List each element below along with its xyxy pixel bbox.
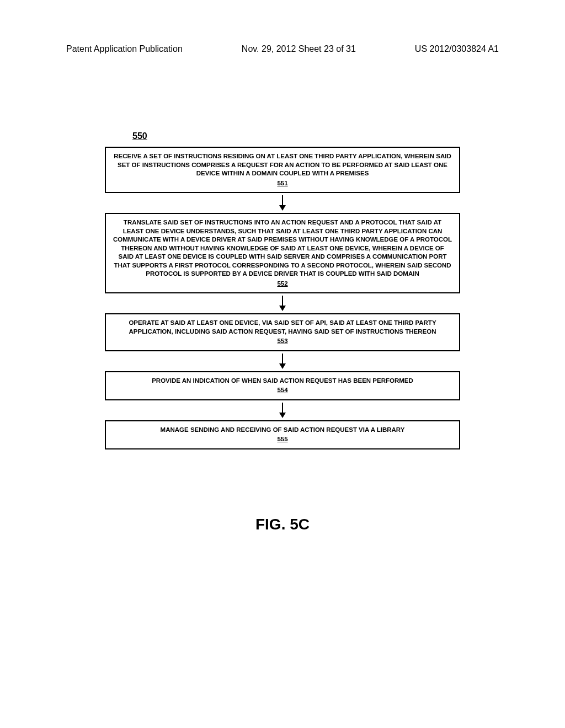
box-text: TRANSLATE SAID SET OF INSTRUCTIONS INTO … <box>113 219 452 277</box>
patent-page: Patent Application Publication Nov. 29, … <box>0 0 565 728</box>
box-number: 555 <box>113 435 452 444</box>
header-patent-number: US 2012/0303824 A1 <box>415 44 499 54</box>
flowchart-box-553: OPERATE AT SAID AT LEAST ONE DEVICE, VIA… <box>105 313 460 351</box>
page-header: Patent Application Publication Nov. 29, … <box>61 44 504 54</box>
flowchart-box-554: PROVIDE AN INDICATION OF WHEN SAID ACTIO… <box>105 371 460 400</box>
arrow-line <box>282 403 283 413</box>
box-number: 554 <box>113 386 452 395</box>
flowchart-box-552: TRANSLATE SAID SET OF INSTRUCTIONS INTO … <box>105 213 460 293</box>
header-date-sheet: Nov. 29, 2012 Sheet 23 of 31 <box>242 44 356 54</box>
box-text: RECEIVE A SET OF INSTRUCTIONS RESIDING O… <box>114 153 451 176</box>
header-publication: Patent Application Publication <box>66 44 183 54</box>
box-text: PROVIDE AN INDICATION OF WHEN SAID ACTIO… <box>152 377 413 384</box>
figure-label: FIG. 5C <box>61 516 504 533</box>
box-number: 552 <box>113 280 452 288</box>
diagram-reference-number: 550 <box>132 131 504 141</box>
arrow-head-icon <box>279 363 286 369</box>
arrow-line <box>282 354 283 363</box>
arrow-icon <box>279 195 286 211</box>
box-text: OPERATE AT SAID AT LEAST ONE DEVICE, VIA… <box>129 319 436 335</box>
box-number: 553 <box>113 337 452 346</box>
flowchart-box-555: MANAGE SENDING AND RECEIVING OF SAID ACT… <box>105 420 460 449</box>
box-number: 551 <box>113 179 452 188</box>
arrow-line <box>282 195 283 205</box>
arrow-icon <box>279 354 286 369</box>
flowchart-box-551: RECEIVE A SET OF INSTRUCTIONS RESIDING O… <box>105 147 460 193</box>
arrow-head-icon <box>279 306 286 311</box>
arrow-head-icon <box>279 205 286 211</box>
arrow-icon <box>279 403 286 418</box>
arrow-line <box>282 296 283 306</box>
flowchart-container: RECEIVE A SET OF INSTRUCTIONS RESIDING O… <box>105 147 460 449</box>
box-text: MANAGE SENDING AND RECEIVING OF SAID ACT… <box>161 426 405 433</box>
arrow-icon <box>279 296 286 311</box>
arrow-head-icon <box>279 413 286 418</box>
